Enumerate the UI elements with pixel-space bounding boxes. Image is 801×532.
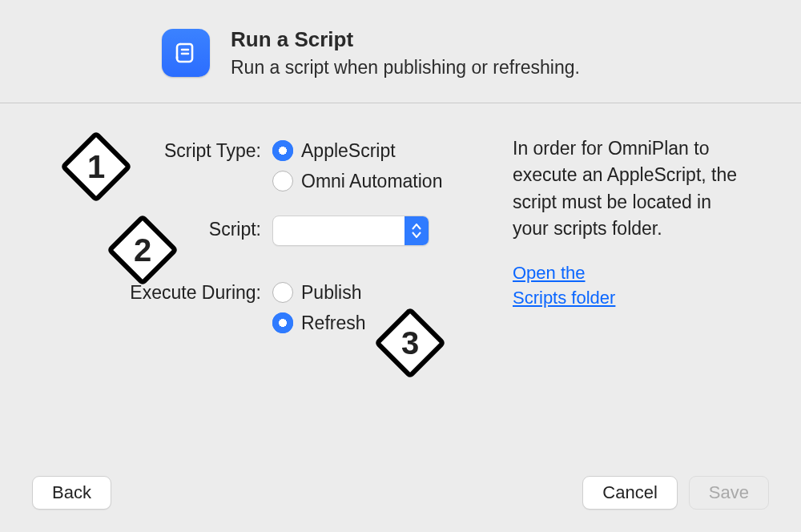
radio-applescript-label: AppleScript bbox=[301, 140, 396, 162]
annotation-badge-3: 3 bbox=[384, 317, 436, 369]
radio-icon bbox=[272, 282, 293, 303]
link-line-2: Scripts folder bbox=[513, 288, 615, 308]
cancel-button[interactable]: Cancel bbox=[582, 476, 677, 510]
radio-omni-automation-label: Omni Automation bbox=[301, 171, 442, 192]
open-scripts-folder-link[interactable]: Open the Scripts folder bbox=[513, 261, 615, 311]
back-button[interactable]: Back bbox=[32, 476, 111, 510]
select-stepper-icon bbox=[405, 216, 429, 245]
radio-refresh[interactable]: Refresh bbox=[272, 308, 481, 338]
link-line-1: Open the bbox=[513, 263, 586, 283]
annotation-badge-2: 2 bbox=[117, 224, 168, 276]
dialog-subtitle: Run a script when publishing or refreshi… bbox=[231, 57, 580, 79]
execute-during-label: Execute During: bbox=[32, 277, 272, 304]
radio-omni-automation[interactable]: Omni Automation bbox=[272, 166, 481, 196]
radio-publish[interactable]: Publish bbox=[272, 277, 481, 308]
radio-icon bbox=[272, 312, 293, 333]
save-button[interactable]: Save bbox=[689, 476, 769, 510]
annotation-badge-1: 1 bbox=[70, 141, 122, 192]
dialog-title: Run a Script bbox=[231, 27, 580, 52]
radio-icon bbox=[272, 140, 293, 161]
help-text: In order for OmniPlan to execute an Appl… bbox=[513, 135, 745, 242]
radio-icon bbox=[272, 171, 293, 191]
script-icon bbox=[171, 38, 200, 67]
script-row: Script: bbox=[32, 214, 481, 250]
script-select-value bbox=[273, 216, 405, 245]
script-app-icon bbox=[162, 29, 210, 77]
radio-applescript[interactable]: AppleScript bbox=[272, 135, 481, 166]
radio-publish-label: Publish bbox=[301, 282, 361, 304]
radio-refresh-label: Refresh bbox=[301, 312, 366, 334]
script-select[interactable] bbox=[272, 216, 429, 246]
